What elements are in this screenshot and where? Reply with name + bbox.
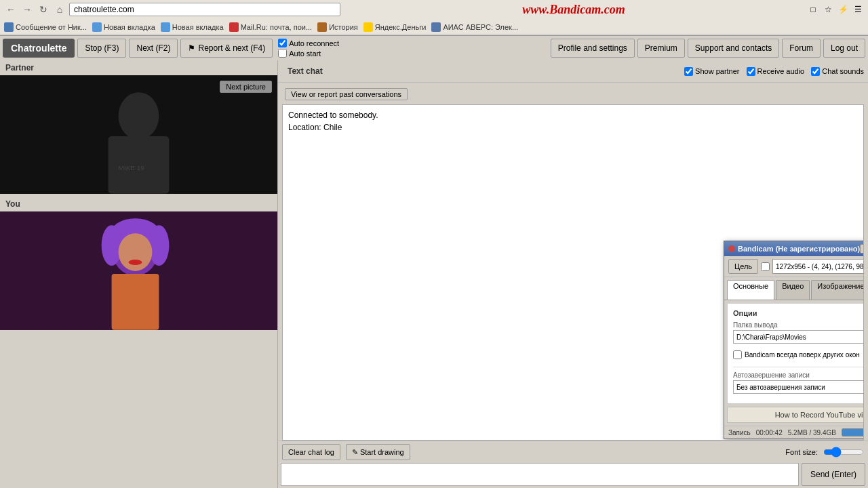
bookmark-4[interactable]: Mail.Ru: почта, пои...: [229, 22, 313, 32]
titlebar-buttons: – □ ✕: [860, 244, 864, 253]
main-layout: Partner MIKE 19 Next picture You: [0, 60, 868, 488]
report-next-button[interactable]: ⚑ Report & next (F4): [180, 39, 273, 58]
bookmark-3[interactable]: Новая вкладка: [161, 22, 224, 32]
partner-section: Partner MIKE 19 Next picture You: [0, 60, 278, 488]
bandicam-toolbar: Цель 1272x956 - (4, 24), (1276, 980): [724, 256, 864, 277]
always-on-top-label: Bandicam всегда поверх других окон: [745, 351, 860, 359]
support-button[interactable]: Support and contacts: [688, 39, 779, 58]
output-path-input[interactable]: [733, 330, 864, 344]
minimize-button[interactable]: –: [860, 244, 864, 253]
browser-icons: □ ☆ ⚡ ☰: [807, 3, 864, 16]
auto-complete-label: Автозавершение записи: [733, 371, 864, 379]
bookmark-icon-6: [363, 22, 373, 32]
premium-button[interactable]: Premium: [637, 39, 685, 58]
bookmark-icon-4: [229, 22, 239, 32]
report-icon: ⚑: [188, 43, 195, 53]
receive-audio-check[interactable]: Receive audio: [747, 67, 805, 76]
svg-text:MIKE 19: MIKE 19: [119, 164, 145, 171]
partner-video: MIKE 19 Next picture: [0, 75, 277, 194]
bookmarks-bar: Сообщение от Ник... Новая вкладка Новая …: [0, 19, 868, 35]
bookmark-icon-3: [161, 22, 170, 32]
forum-button[interactable]: Forum: [782, 39, 821, 58]
back-button[interactable]: ←: [4, 3, 18, 16]
font-size-label: Font size:: [785, 448, 818, 456]
svg-point-7: [102, 225, 122, 266]
font-size-slider[interactable]: [823, 447, 864, 458]
bandicam-close-dot: [728, 245, 735, 252]
app: Chatroulette Stop (F3) Next (F2) ⚑ Repor…: [0, 36, 868, 488]
tab-image[interactable]: Изображение: [811, 280, 864, 300]
always-on-top-checkbox[interactable]: [733, 350, 742, 359]
chat-sounds-check[interactable]: Chat sounds: [811, 67, 864, 76]
refresh-button[interactable]: ↻: [37, 3, 50, 16]
bookmark-icon-1: [4, 22, 14, 32]
svg-point-9: [119, 233, 153, 271]
target-button[interactable]: Цель: [728, 259, 758, 274]
res-checkbox[interactable]: [761, 262, 770, 271]
auto-complete-input[interactable]: [733, 380, 864, 394]
bookmark-icon-5: [317, 22, 327, 32]
tab-basic[interactable]: Основные: [727, 280, 774, 300]
star-icon[interactable]: ☆: [822, 3, 834, 16]
svg-point-8: [149, 225, 169, 266]
progress-bar: [842, 428, 864, 436]
browser-chrome: ← → ↻ ⌂ www.Bandicam.com □ ☆ ⚡ ☰ Сообщен…: [0, 0, 868, 36]
always-on-top-row: Bandicam всегда поверх других окон Расши…: [733, 348, 864, 361]
bookmark-5[interactable]: История: [317, 22, 358, 32]
record-timer: 00:00:42: [756, 429, 783, 436]
show-partner-check[interactable]: Show partner: [684, 67, 739, 76]
output-path-row: ... Открыть: [733, 330, 864, 344]
options-label: Опции: [733, 309, 864, 317]
chat-message-1: Connected to somebody.: [288, 110, 858, 120]
next-picture-button[interactable]: Next picture: [220, 81, 272, 93]
bookmark-1[interactable]: Сообщение от Ник...: [4, 22, 87, 32]
bandicam-window: Bandicam (Не зарегистрировано) – □ ✕ Цел…: [724, 241, 864, 439]
profile-settings-button[interactable]: Profile and settings: [551, 39, 635, 58]
stop-button[interactable]: Stop (F3): [77, 39, 126, 58]
svg-point-1: [119, 92, 159, 140]
chat-section: Text chat Show partner Receive audio Cha…: [278, 60, 868, 488]
bandicam-tabs: Основные Видео Изображение О программе К…: [724, 277, 864, 300]
menu-icon[interactable]: ☰: [852, 3, 864, 16]
you-video: [0, 211, 277, 330]
resolution-display: 1272x956 - (4, 24), (1276, 980): [772, 259, 864, 274]
auto-options: Auto reconnect Auto start: [278, 39, 339, 58]
partner-label: Partner: [0, 60, 277, 75]
bookmark-2[interactable]: Новая вкладка: [92, 22, 155, 32]
next-button[interactable]: Next (F2): [129, 39, 178, 58]
browser-toolbar: ← → ↻ ⌂ www.Bandicam.com □ ☆ ⚡ ☰: [0, 0, 868, 19]
view-report-button[interactable]: View or report past conversations: [285, 88, 408, 100]
chat-header: Text chat: [282, 62, 328, 80]
auto-complete-section: Автозавершение записи Настройки: [733, 367, 864, 394]
partner-video-feed: MIKE 19: [0, 75, 277, 194]
new-window-icon[interactable]: □: [807, 3, 819, 16]
logout-button[interactable]: Log out: [823, 39, 865, 58]
site-logo: Chatroulette: [3, 39, 75, 58]
extensions-icon[interactable]: ⚡: [837, 3, 849, 16]
forward-button[interactable]: →: [20, 3, 34, 16]
input-row: Send (Enter): [281, 463, 865, 486]
chat-message-2: Location: Chile: [288, 123, 858, 132]
bandicam-watermark: www.Bandicam.com: [343, 3, 804, 17]
address-bar[interactable]: [69, 3, 340, 16]
bandicam-titlebar: Bandicam (Не зарегистрировано) – □ ✕: [724, 241, 864, 256]
start-drawing-button[interactable]: ✎ Start drawing: [346, 444, 410, 460]
progress-fill: [842, 429, 864, 436]
send-button[interactable]: Send (Enter): [802, 463, 865, 486]
bookmark-6[interactable]: Яндекс.Деньги: [363, 22, 427, 32]
home-button[interactable]: ⌂: [53, 3, 66, 16]
auto-start-checkbox[interactable]: [278, 49, 287, 58]
bookmark-7[interactable]: АИАС АВЕРС: Элек...: [431, 22, 518, 32]
chat-input[interactable]: [281, 463, 799, 486]
how-to-button[interactable]: How to Record YouTube videos: [727, 407, 864, 423]
record-size: 5.2MB / 39.4GB: [788, 429, 836, 436]
bandicam-content: Опции Папка вывода ... Открыть Bandicam …: [727, 303, 864, 404]
clear-chat-button[interactable]: Clear chat log: [282, 444, 340, 460]
chat-messages: Connected to somebody. Location: Chile: [283, 105, 863, 140]
bookmark-icon-2: [92, 22, 102, 32]
tab-video[interactable]: Видео: [776, 280, 810, 300]
auto-start-label[interactable]: Auto start: [278, 49, 339, 58]
auto-reconnect-label[interactable]: Auto reconnect: [278, 39, 339, 47]
bookmark-icon-7: [431, 22, 441, 32]
auto-reconnect-checkbox[interactable]: [278, 39, 287, 47]
